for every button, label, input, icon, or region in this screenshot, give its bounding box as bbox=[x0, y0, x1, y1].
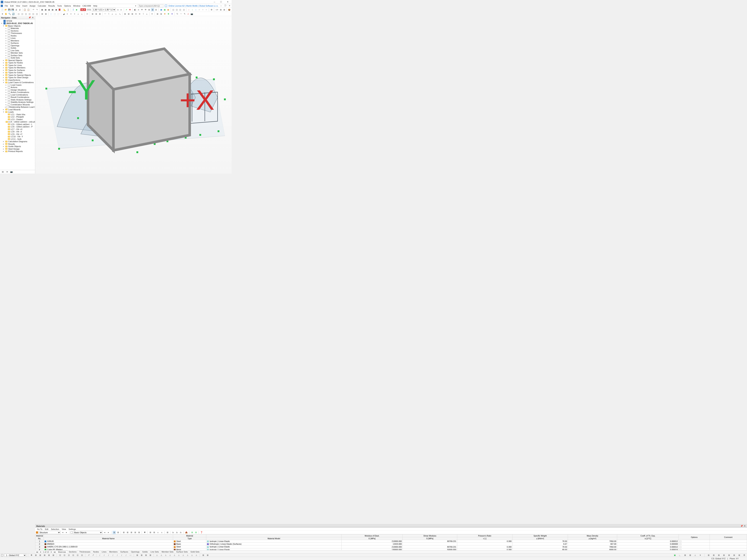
menu-insert[interactable]: Insert bbox=[21, 4, 28, 7]
axis-c-icon[interactable]: ↔ bbox=[205, 8, 208, 11]
e1-icon[interactable]: ◫ bbox=[17, 12, 20, 16]
nav-footer-btn3[interactable]: 📷 bbox=[10, 170, 13, 174]
undo-icon[interactable]: ↶ bbox=[32, 8, 35, 11]
grid2-icon[interactable]: ▦ bbox=[44, 8, 47, 11]
select-icon[interactable]: ➤ bbox=[1, 12, 4, 16]
tree-mid-0[interactable]: ▸Special Objects bbox=[0, 59, 35, 62]
tree-load-10[interactable]: LC11 - Sníh bbox=[0, 138, 35, 140]
f1-icon[interactable]: ⊞ bbox=[41, 12, 44, 16]
e2-icon[interactable]: ◫ bbox=[21, 12, 24, 16]
doc-minimize-button[interactable]: ─ bbox=[220, 5, 222, 7]
view1-icon[interactable]: 👁 bbox=[140, 8, 144, 11]
e5-icon[interactable]: ◫ bbox=[31, 12, 35, 16]
axis-cube[interactable]: -Y +X bbox=[33, 18, 229, 174]
g3-icon[interactable]: ⬚ bbox=[57, 12, 60, 16]
warn-icon[interactable]: ⚠ bbox=[186, 12, 190, 16]
tree-load-7[interactable]: LC8 - Vítr -X bbox=[0, 131, 35, 133]
tree-load-5[interactable]: LC6 - Užitné zatížení - P bbox=[0, 126, 35, 128]
run-icon[interactable]: ▶ bbox=[75, 8, 78, 11]
grid-icon[interactable]: ▦ bbox=[41, 8, 44, 11]
menu-file[interactable]: File bbox=[4, 4, 9, 7]
view4-icon[interactable]: ⊞ bbox=[151, 8, 154, 11]
menu-assign[interactable]: Assign bbox=[28, 4, 37, 7]
g2-icon[interactable]: ⬚ bbox=[53, 12, 56, 16]
h3-icon[interactable]: ≡ bbox=[69, 12, 73, 16]
o3-icon[interactable]: ✎ bbox=[183, 12, 186, 16]
i1-icon[interactable]: ↦ bbox=[85, 12, 89, 16]
l5-icon[interactable]: ≋ bbox=[138, 12, 141, 16]
tree-bo-9[interactable]: ▸Line Sets bbox=[0, 49, 35, 52]
cross-icon[interactable]: ✖ bbox=[128, 8, 131, 11]
grid3-icon[interactable]: ▦ bbox=[48, 8, 51, 11]
tree-mid-8[interactable]: ▸Imperfections bbox=[0, 79, 35, 81]
nav-footer-btn1[interactable]: ▤ bbox=[1, 170, 4, 174]
tree-lcc-8[interactable]: ▸Combination Wizards bbox=[0, 103, 35, 106]
cube3-icon[interactable]: ◫ bbox=[179, 8, 182, 11]
tree-mid-3[interactable]: ▸Types for Members bbox=[0, 66, 35, 69]
tree-mid-2[interactable]: ▸Types for Lines bbox=[0, 64, 35, 66]
tree-load-0[interactable]: LC1 - Vlatní tíha bbox=[0, 113, 35, 116]
g1-icon[interactable]: ⬚ bbox=[49, 12, 53, 16]
misc3-icon[interactable]: ⊞ bbox=[223, 8, 226, 11]
tree-bo-12[interactable]: ▸Solid Sets bbox=[0, 57, 35, 59]
f2-icon[interactable]: ⊞ bbox=[44, 12, 47, 16]
cube1-icon[interactable]: ◫ bbox=[172, 8, 175, 11]
tree-lcc[interactable]: ▾Load Cases & Combinations bbox=[0, 81, 35, 84]
next-icon[interactable]: ▸ bbox=[120, 8, 123, 11]
tree-tail-3[interactable]: ▸Steel Design bbox=[0, 148, 35, 150]
cube2-icon[interactable]: ◫ bbox=[175, 8, 178, 11]
tree-lcc-7[interactable]: ▸Stability Analysis Settings bbox=[0, 101, 35, 104]
print-icon[interactable]: 🖨 bbox=[15, 8, 18, 11]
cube4-icon[interactable]: ◫ bbox=[182, 8, 185, 11]
close-button[interactable]: ✕ bbox=[224, 0, 231, 4]
k3-icon[interactable]: ⊥ bbox=[111, 12, 114, 16]
nav-footer-btn2[interactable]: 👁 bbox=[5, 170, 9, 174]
green-tool-icon[interactable]: ▦ bbox=[163, 8, 166, 11]
tree-file[interactable]: ▾2023-05-02_ZOO TABOR.rf6 bbox=[0, 22, 35, 25]
tree-bo-4[interactable]: ▸Lines bbox=[0, 37, 35, 39]
misc1-icon[interactable]: ⚙ bbox=[210, 8, 213, 11]
axis-b-icon[interactable]: ↔ bbox=[201, 8, 204, 11]
tree-load-3[interactable]: LC4 - Užitné zatížení - celá plocha bbox=[0, 121, 35, 123]
o1-icon[interactable]: ↻ bbox=[176, 12, 179, 16]
menu-cad-bim[interactable]: CAD-BIM bbox=[81, 4, 92, 7]
menu-help[interactable]: Help bbox=[92, 4, 99, 7]
n1-icon[interactable]: ⊞ bbox=[156, 12, 159, 16]
e4-icon[interactable]: ◫ bbox=[28, 12, 31, 16]
k4-icon[interactable]: ⊥ bbox=[114, 12, 118, 16]
tree-loadwiz[interactable]: ▸Load Wizards bbox=[0, 108, 35, 111]
tree-load-8[interactable]: LC9 - Vítr +Y bbox=[0, 133, 35, 135]
tree-bo-5[interactable]: ▸Members bbox=[0, 39, 35, 42]
grid4-icon[interactable]: ▦ bbox=[51, 8, 54, 11]
view2-icon[interactable]: 👁 bbox=[144, 8, 147, 11]
menu-options[interactable]: Options bbox=[63, 4, 72, 7]
tree-tail-1[interactable]: ▸Results bbox=[0, 143, 35, 145]
tree-basic-objects[interactable]: ▾Basic Objects bbox=[0, 25, 35, 27]
tree-mid-1[interactable]: ▸Types for Nodes bbox=[0, 62, 35, 64]
view3-icon[interactable]: ⊞ bbox=[148, 8, 151, 11]
camera-icon[interactable]: 📷 bbox=[190, 12, 194, 16]
k2-icon[interactable]: ⌇ bbox=[107, 12, 110, 16]
redo-icon[interactable]: ↷ bbox=[35, 8, 38, 11]
check-icon[interactable]: ✔ bbox=[125, 8, 128, 11]
tree-bo-3[interactable]: ▸Nodes bbox=[0, 34, 35, 37]
tree-bo-11[interactable]: ▸Surface Sets bbox=[0, 54, 35, 57]
tree-mid-5[interactable]: ▸Types for Solids bbox=[0, 72, 35, 74]
menu-edit[interactable]: Edit bbox=[9, 4, 15, 7]
h2-icon[interactable]: ≡ bbox=[66, 12, 69, 16]
tree-tail-4[interactable]: ▸Printout Reports bbox=[0, 150, 35, 153]
book-icon[interactable]: 📕 bbox=[58, 8, 61, 11]
save-icon[interactable]: 💾 bbox=[8, 8, 11, 11]
e3-icon[interactable]: ◫ bbox=[24, 12, 28, 16]
axis-y-icon[interactable]: ↕ bbox=[191, 8, 194, 11]
orange-tool-icon[interactable]: ▦ bbox=[166, 8, 170, 11]
search-input[interactable] bbox=[138, 4, 163, 7]
l7-icon[interactable]: ⊥ bbox=[145, 12, 149, 16]
axis-a-icon[interactable]: ↔ bbox=[198, 8, 201, 11]
n2-icon[interactable]: ⊞ bbox=[159, 12, 163, 16]
tree-load-1[interactable]: LC2 - Předpětí bbox=[0, 116, 35, 118]
panel-pin-icon[interactable]: 📌 bbox=[28, 17, 31, 19]
m1-icon[interactable]: ▾ bbox=[151, 12, 154, 16]
menu-calculate[interactable]: Calculate bbox=[37, 4, 47, 7]
tree-load-2[interactable]: LC3 - Ostatní bbox=[0, 118, 35, 121]
